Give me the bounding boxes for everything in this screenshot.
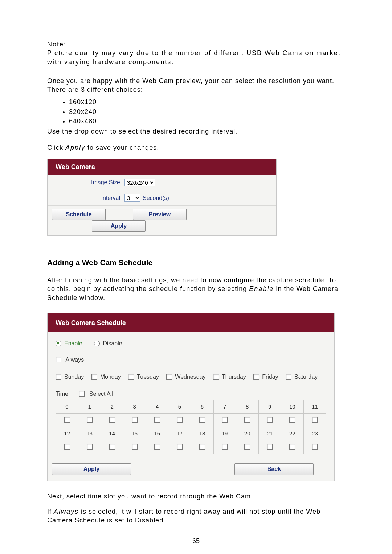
time-selectall-row: Time Select All — [56, 390, 326, 398]
schedule-back-button[interactable]: Back — [234, 463, 314, 475]
hour-cell: 3 — [123, 400, 146, 414]
day-label: Sunday — [64, 373, 84, 381]
hour-cell: 19 — [213, 427, 236, 440]
select-all-label: Select All — [89, 391, 113, 397]
hour-cell: 7 — [213, 400, 236, 414]
hour-checkbox[interactable] — [312, 444, 318, 450]
hour-checkbox[interactable] — [289, 444, 295, 450]
hour-checkbox[interactable] — [154, 417, 160, 423]
hour-cell: 20 — [236, 427, 258, 440]
select-all-checkbox[interactable] — [79, 391, 85, 397]
choice-item: 320x240 — [69, 107, 345, 116]
note-label: Note: — [47, 40, 345, 49]
day-checkbox-sunday[interactable] — [56, 374, 61, 380]
day-checkbox-saturday[interactable] — [286, 374, 291, 380]
day-label: Saturday — [294, 373, 318, 381]
section2-paragraph: After finishing with the basic settings,… — [47, 276, 345, 302]
apply-word: Apply — [65, 144, 85, 151]
hour-cell: 11 — [303, 400, 326, 414]
always-row: Always — [56, 356, 326, 364]
after-sched-p2: If Always is selected, it will start to … — [47, 507, 345, 525]
hour-cell: 21 — [258, 427, 281, 440]
hour-checkbox[interactable] — [244, 444, 250, 450]
hour-checkbox[interactable] — [199, 417, 205, 423]
always-label: Always — [66, 357, 84, 363]
hours-header-row-1: 0 1 2 3 4 5 6 7 8 9 10 11 — [56, 400, 326, 414]
apply-button[interactable]: Apply — [92, 220, 146, 232]
hour-cell: 15 — [123, 427, 146, 440]
interval-select[interactable]: 3 — [124, 194, 140, 202]
preview-button[interactable]: Preview — [133, 209, 187, 220]
hour-checkbox[interactable] — [312, 417, 318, 423]
hour-cell: 6 — [191, 400, 213, 414]
click-prefix: Click — [47, 144, 65, 151]
resolution-choices: 160x120 320x240 640x480 — [62, 98, 345, 126]
hour-cell: 5 — [168, 400, 191, 414]
hour-checkbox[interactable] — [267, 444, 273, 450]
hour-cell: 18 — [191, 427, 213, 440]
image-size-row: Image Size 320x240 — [48, 175, 276, 190]
intro-happy: Once you are happy with the Web Cam prev… — [47, 77, 345, 94]
hour-checkbox[interactable] — [177, 444, 183, 450]
hour-cell: 9 — [258, 400, 281, 414]
after-sched-p2-suffix: is selected, it will start to record rig… — [47, 508, 320, 524]
click-apply-line: Click Apply to save your changes. — [47, 143, 345, 152]
hours-check-row-1 — [56, 414, 326, 427]
interval-label: Interval — [48, 194, 124, 202]
day-label: Monday — [100, 373, 121, 381]
hour-checkbox[interactable] — [132, 417, 138, 423]
radio-unselected-icon — [94, 341, 100, 346]
interval-row: Interval 3 Second(s) — [48, 190, 276, 206]
disable-radio-label: Disable — [103, 340, 122, 348]
hour-checkbox[interactable] — [64, 444, 70, 450]
enable-radio-label: Enable — [64, 340, 82, 348]
enable-word: Enable — [249, 285, 274, 292]
hour-cell: 16 — [146, 427, 168, 440]
hour-checkbox[interactable] — [222, 417, 228, 423]
schedule-panel-buttons: Apply Back — [48, 459, 334, 481]
hour-checkbox[interactable] — [64, 417, 70, 423]
hour-checkbox[interactable] — [132, 444, 138, 450]
hour-checkbox[interactable] — [222, 444, 228, 450]
day-checkbox-wednesday[interactable] — [166, 374, 172, 380]
schedule-apply-button[interactable]: Apply — [52, 463, 131, 475]
webcam-panel-buttons: Schedule Preview Apply — [48, 206, 276, 235]
enable-radio[interactable]: Enable — [56, 340, 82, 348]
schedule-panel: Web Camera Schedule Enable Disable Alway… — [47, 313, 335, 481]
hour-checkbox[interactable] — [154, 444, 160, 450]
hour-cell: 0 — [56, 400, 78, 414]
day-label: Friday — [262, 373, 278, 381]
hour-cell: 22 — [281, 427, 303, 440]
hour-checkbox[interactable] — [177, 417, 183, 423]
hour-checkbox[interactable] — [109, 444, 115, 450]
image-size-select[interactable]: 320x240 — [124, 179, 155, 186]
hour-cell: 2 — [101, 400, 123, 414]
hour-checkbox[interactable] — [267, 417, 273, 423]
dropdown-instruction: Use the drop down to select the desired … — [47, 127, 345, 136]
hour-checkbox[interactable] — [109, 417, 115, 423]
hour-cell: 13 — [78, 427, 101, 440]
hour-checkbox[interactable] — [87, 417, 93, 423]
day-checkbox-tuesday[interactable] — [128, 374, 134, 380]
choice-item: 160x120 — [69, 98, 345, 106]
hour-checkbox[interactable] — [87, 444, 93, 450]
after-sched-p1: Next, select time slot you want to recor… — [47, 492, 345, 501]
hour-checkbox[interactable] — [244, 417, 250, 423]
hour-cell: 10 — [281, 400, 303, 414]
webcam-panel-title: Web Camera — [48, 159, 276, 175]
section-heading-schedule: Adding a Web Cam Schedule — [47, 258, 345, 268]
always-italic-word: Always — [54, 508, 79, 515]
note-body: Picture quality may vary due to the numb… — [47, 49, 345, 66]
disable-radio[interactable]: Disable — [94, 340, 122, 348]
schedule-button[interactable]: Schedule — [52, 209, 106, 220]
day-checkbox-monday[interactable] — [91, 374, 97, 380]
day-checkbox-friday[interactable] — [253, 374, 259, 380]
choice-item: 640x480 — [69, 117, 345, 126]
day-checkbox-thursday[interactable] — [213, 374, 219, 380]
always-checkbox[interactable] — [56, 357, 61, 362]
page-number: 65 — [47, 537, 345, 545]
hour-checkbox[interactable] — [199, 444, 205, 450]
day-label: Thursday — [222, 373, 246, 381]
hour-checkbox[interactable] — [289, 417, 295, 423]
hour-cell: 8 — [236, 400, 258, 414]
